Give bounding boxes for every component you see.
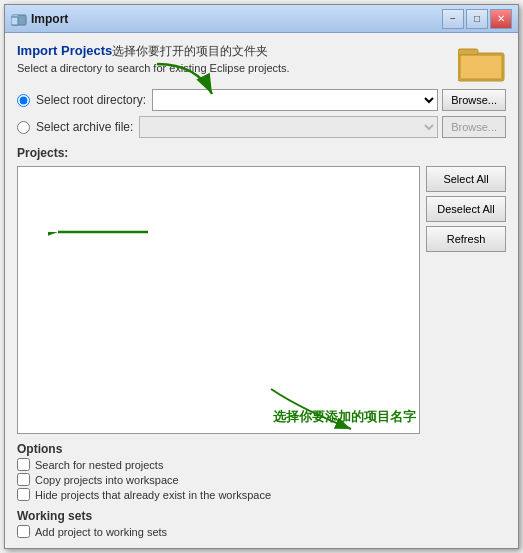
root-directory-combo[interactable] <box>152 89 438 111</box>
nested-projects-checkbox[interactable] <box>17 458 30 471</box>
projects-buttons: Select All Deselect All Refresh <box>426 166 506 434</box>
archive-file-radio[interactable] <box>17 121 30 134</box>
window-title: Import <box>31 12 442 26</box>
nested-projects-row: Search for nested projects <box>17 458 506 471</box>
deselect-all-button[interactable]: Deselect All <box>426 196 506 222</box>
copy-projects-row: Copy projects into workspace <box>17 473 506 486</box>
nested-projects-label: Search for nested projects <box>35 459 163 471</box>
select-all-button[interactable]: Select All <box>426 166 506 192</box>
header-text: Import Projects选择你要打开的项目的文件夹 Select a di… <box>17 43 448 74</box>
svg-rect-2 <box>11 17 18 25</box>
dialog-content: Import Projects选择你要打开的项目的文件夹 Select a di… <box>5 33 518 548</box>
close-button[interactable]: ✕ <box>490 9 512 29</box>
import-dialog: Import − □ ✕ Import Projects选择你要打开的项目的文件… <box>4 4 519 549</box>
options-section: Options Search for nested projects Copy … <box>17 442 506 501</box>
options-label: Options <box>17 442 506 456</box>
refresh-button[interactable]: Refresh <box>426 226 506 252</box>
archive-file-combo[interactable] <box>139 116 438 138</box>
header-subtitle: Select a directory to search for existin… <box>17 62 448 74</box>
radio-section: Select root directory: Browse... Select … <box>17 89 506 138</box>
archive-file-combo-wrapper: Browse... <box>139 116 506 138</box>
projects-label: Projects: <box>17 146 506 160</box>
minimize-button[interactable]: − <box>442 9 464 29</box>
copy-projects-checkbox[interactable] <box>17 473 30 486</box>
hide-projects-checkbox[interactable] <box>17 488 30 501</box>
window-controls: − □ ✕ <box>442 9 512 29</box>
copy-projects-label: Copy projects into workspace <box>35 474 179 486</box>
restore-button[interactable]: □ <box>466 9 488 29</box>
titlebar-icon <box>11 11 27 27</box>
add-to-working-sets-label: Add project to working sets <box>35 526 167 538</box>
root-directory-radio[interactable] <box>17 94 30 107</box>
add-to-working-sets-row: Add project to working sets <box>17 525 506 538</box>
header-title: Import Projects <box>17 43 112 58</box>
add-to-working-sets-checkbox[interactable] <box>17 525 30 538</box>
root-directory-combo-wrapper: Browse... <box>152 89 506 111</box>
header-section: Import Projects选择你要打开的项目的文件夹 Select a di… <box>17 43 506 83</box>
root-directory-label: Select root directory: <box>36 93 146 107</box>
working-sets-section: Working sets Add project to working sets <box>17 509 506 538</box>
hide-projects-label: Hide projects that already exist in the … <box>35 489 271 501</box>
projects-list[interactable] <box>17 166 420 434</box>
working-sets-label: Working sets <box>17 509 506 523</box>
projects-section: 选择你要添加的项目名字 Select All Deselect All Refr… <box>17 166 506 434</box>
archive-file-radio-row: Select archive file: Browse... <box>17 116 506 138</box>
header-annotation: 选择你要打开的项目的文件夹 <box>112 43 268 60</box>
archive-browse-button[interactable]: Browse... <box>442 116 506 138</box>
root-directory-radio-row: Select root directory: Browse... <box>17 89 506 111</box>
titlebar: Import − □ ✕ <box>5 5 518 33</box>
svg-rect-5 <box>460 55 502 79</box>
hide-projects-row: Hide projects that already exist in the … <box>17 488 506 501</box>
archive-file-label: Select archive file: <box>36 120 133 134</box>
svg-rect-4 <box>458 49 478 55</box>
folder-icon <box>458 43 506 83</box>
root-browse-button[interactable]: Browse... <box>442 89 506 111</box>
